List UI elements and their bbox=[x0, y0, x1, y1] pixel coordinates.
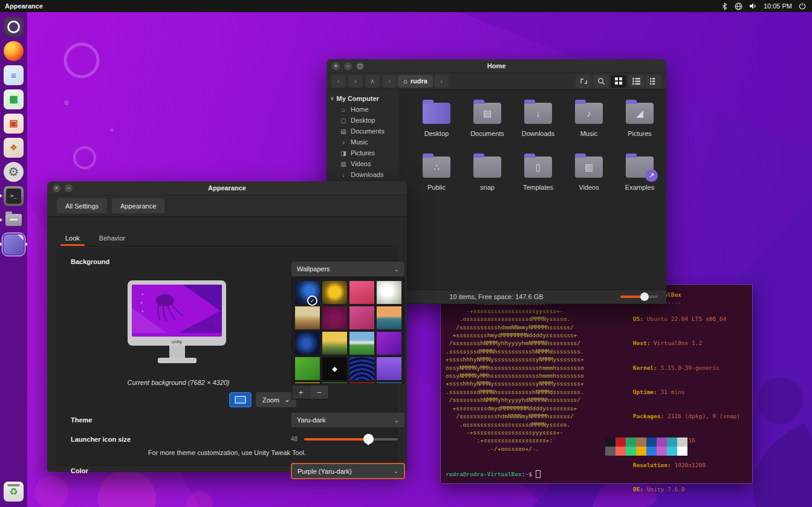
network-globe-icon[interactable] bbox=[735, 2, 742, 10]
wallpaper-thumbnail[interactable] bbox=[349, 383, 374, 384]
preview-mode-button[interactable] bbox=[229, 392, 252, 407]
folder-item[interactable]: snap bbox=[462, 153, 513, 207]
launcher-trash[interactable]: ♻ bbox=[0, 479, 27, 503]
launcher-firefox[interactable] bbox=[0, 39, 27, 63]
grid-view-button[interactable] bbox=[611, 75, 626, 88]
folder-item[interactable]: ▤ Documents bbox=[462, 99, 513, 153]
folder-item[interactable]: ♪ Music bbox=[564, 99, 614, 153]
wallpaper-thumbnail[interactable] bbox=[349, 332, 374, 355]
sidebar-item[interactable]: ▢ Desktop bbox=[326, 115, 400, 126]
neofetch-info-line: OS: Ubuntu 22.04 LTS x86_64 bbox=[605, 307, 758, 331]
launcher-files[interactable] bbox=[0, 208, 27, 232]
monitor-brand-label: unity bbox=[128, 339, 226, 344]
wallpaper-thumbnail[interactable] bbox=[377, 357, 401, 380]
folder-item[interactable]: Desktop bbox=[411, 99, 462, 153]
sidebar-item[interactable]: ↓ Downloads bbox=[326, 169, 400, 180]
wallpaper-thumbnail[interactable] bbox=[295, 383, 320, 384]
sidebar-item[interactable]: ⌂ Home bbox=[326, 104, 400, 115]
files-toolbar: ‹ › ∧ ‹ ⌂ rudra › bbox=[326, 73, 666, 89]
sidebar-item[interactable]: ▥ Videos bbox=[326, 158, 400, 169]
forward-button[interactable]: › bbox=[348, 75, 363, 88]
sidebar-item[interactable]: ▤ Documents bbox=[326, 126, 400, 137]
power-icon[interactable] bbox=[799, 2, 806, 10]
appearance-nav-button[interactable]: Appearance bbox=[112, 198, 164, 213]
compact-view-button[interactable] bbox=[646, 75, 661, 88]
folder-item[interactable]: ∴ Public bbox=[411, 153, 462, 207]
launcher-ubuntu-menu[interactable] bbox=[0, 15, 27, 39]
folder-item[interactable]: ▥ Videos bbox=[564, 153, 614, 207]
wallpaper-thumbnail[interactable] bbox=[349, 357, 374, 380]
all-settings-button[interactable]: All Settings bbox=[57, 198, 107, 213]
minimize-icon[interactable]: − bbox=[65, 184, 73, 192]
wallpaper-thumbnail[interactable] bbox=[349, 281, 374, 304]
bluetooth-icon[interactable] bbox=[721, 2, 728, 10]
folder-item[interactable]: ↓ Downloads bbox=[513, 99, 564, 153]
launcher-libreoffice-writer[interactable]: ≡ bbox=[0, 63, 27, 87]
search-icon[interactable] bbox=[593, 75, 609, 88]
wallpaper-source-dropdown[interactable]: Wallpapers ⌄ bbox=[291, 262, 404, 276]
terminal-window[interactable]: .-/+oossssoo+/-. `:+ssssssssssssssssss+:… bbox=[440, 284, 753, 484]
tab-behavior[interactable]: Behavior bbox=[91, 231, 134, 246]
selected-check-icon: ✓ bbox=[307, 295, 317, 306]
current-background-caption: Current background (7682 × 4320) bbox=[82, 379, 275, 386]
slider-thumb[interactable] bbox=[363, 434, 374, 444]
folder-item[interactable]: ◢ Pictures bbox=[614, 99, 665, 153]
remove-wallpaper-button[interactable]: − bbox=[310, 386, 328, 399]
close-icon[interactable]: × bbox=[53, 184, 60, 192]
shell-prompt[interactable]: rudra@rudra-VirtualBox:~$ bbox=[446, 470, 541, 478]
zoom-dropdown[interactable]: Zoom ⌄ bbox=[256, 392, 296, 407]
wallpaper-thumbnail[interactable] bbox=[295, 306, 320, 329]
minimize-icon[interactable]: − bbox=[344, 62, 352, 70]
wallpaper-thumbnail[interactable] bbox=[377, 383, 401, 384]
folder-item[interactable]: ↗ Examples bbox=[614, 153, 665, 207]
appearance-app-icon bbox=[4, 234, 24, 254]
wallpaper-thumbnail[interactable] bbox=[322, 357, 347, 380]
wallpaper-thumbnail[interactable] bbox=[322, 281, 347, 304]
list-view-button[interactable] bbox=[628, 75, 644, 88]
theme-dropdown[interactable]: Yaru-dark ⌄ bbox=[291, 413, 404, 427]
launcher-terminal[interactable]: >_ bbox=[0, 184, 27, 208]
wallpaper-thumbnail[interactable] bbox=[322, 332, 347, 355]
sidebar-item[interactable]: ◨ Pictures bbox=[326, 147, 400, 158]
files-titlebar[interactable]: × − ▢ Home bbox=[326, 59, 666, 73]
wallpaper-thumbnail[interactable] bbox=[377, 281, 401, 304]
sidebar-item[interactable]: ♪ Music bbox=[326, 137, 400, 147]
sidebar-item-label: Music bbox=[351, 138, 368, 146]
volume-icon[interactable] bbox=[749, 2, 757, 10]
tab-look[interactable]: Look bbox=[57, 231, 88, 246]
launcher-settings[interactable]: ⚙ bbox=[0, 160, 27, 184]
appearance-titlebar[interactable]: × − Appearance bbox=[47, 181, 407, 195]
wallpaper-thumbnail[interactable] bbox=[295, 332, 320, 355]
add-wallpaper-button[interactable]: + bbox=[292, 386, 310, 399]
palette-swatch bbox=[677, 447, 687, 456]
launcher-ubuntu-software[interactable]: ❖ bbox=[0, 135, 27, 160]
folder-icon: ◢ bbox=[626, 103, 654, 124]
color-dropdown[interactable]: Purple (Yaru-dark) ⌄ bbox=[291, 463, 405, 479]
close-icon[interactable]: × bbox=[332, 62, 340, 70]
launcher-size-slider[interactable] bbox=[304, 438, 398, 441]
folder-item[interactable]: ▯ Templates bbox=[513, 153, 564, 207]
wallpaper-thumbnail[interactable] bbox=[322, 383, 347, 384]
launcher-libreoffice-calc[interactable]: ▦ bbox=[0, 87, 27, 111]
slider-thumb[interactable] bbox=[640, 292, 649, 301]
chevron-down-icon: ⌄ bbox=[394, 468, 398, 474]
wallpaper-thumbnail[interactable] bbox=[377, 332, 401, 355]
icon-zoom-slider[interactable] bbox=[620, 295, 658, 298]
wallpaper-thumbnail[interactable] bbox=[322, 306, 347, 329]
sidebar-item-my-computer[interactable]: ∨ My Computer bbox=[326, 93, 400, 104]
launcher-appearance[interactable] bbox=[0, 232, 27, 256]
wallpaper-thumbnail[interactable] bbox=[377, 306, 401, 329]
back-button[interactable]: ‹ bbox=[331, 75, 346, 88]
maximize-icon[interactable]: ▢ bbox=[356, 62, 364, 70]
crumb-next-icon[interactable]: › bbox=[434, 75, 449, 88]
up-button[interactable]: ∧ bbox=[365, 75, 380, 88]
launcher-libreoffice-impress[interactable]: ▣ bbox=[0, 111, 27, 135]
palette-swatch bbox=[677, 438, 687, 447]
crumb-prev-icon[interactable]: ‹ bbox=[382, 75, 397, 88]
clock[interactable]: 10:05 PM bbox=[764, 2, 792, 10]
location-entry-button[interactable] bbox=[576, 75, 591, 88]
wallpaper-thumbnail[interactable] bbox=[295, 357, 320, 380]
breadcrumb[interactable]: ⌂ rudra bbox=[398, 75, 433, 88]
wallpaper-thumbnail[interactable] bbox=[349, 306, 374, 329]
palette-swatch bbox=[636, 447, 646, 456]
